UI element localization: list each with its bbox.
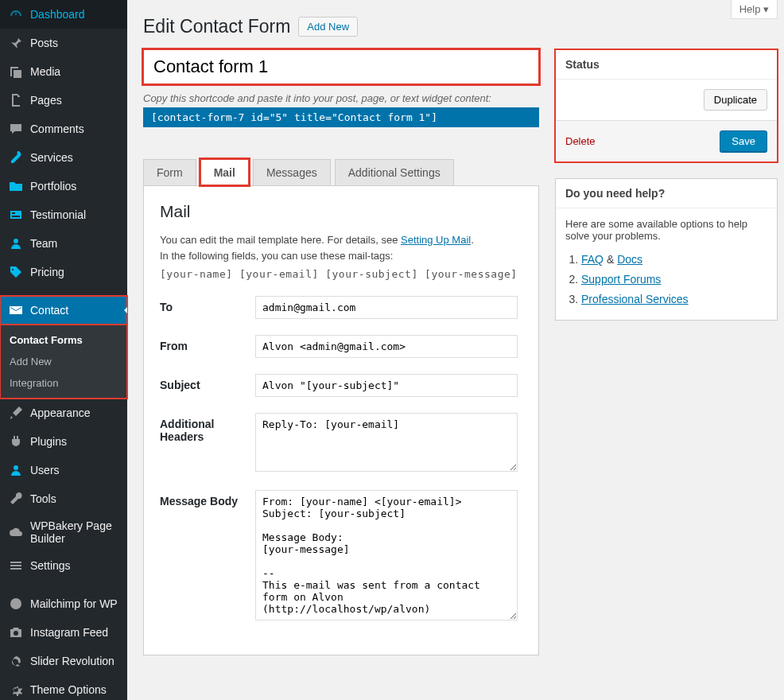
refresh-icon [8, 653, 24, 669]
contact-submenu: Contact FormsAdd NewIntegration [0, 325, 127, 399]
cloud-icon [8, 524, 24, 540]
sidebar-item-instagram-feed[interactable]: Instagram Feed [0, 618, 127, 647]
sidebar-item-pricing[interactable]: Pricing [0, 258, 127, 286]
folder-icon [8, 178, 24, 194]
tab-mail[interactable]: Mail [200, 159, 249, 185]
sidebar-item-tools[interactable]: Tools [0, 484, 127, 513]
sidebar-item-label: Settings [30, 559, 71, 572]
sidebar-item-label: Posts [30, 37, 58, 49]
sidebar-item-pages[interactable]: Pages [0, 86, 127, 115]
docs-link[interactable]: Docs [617, 253, 642, 266]
brush-icon [8, 405, 24, 421]
submenu-add-new[interactable]: Add New [0, 351, 127, 372]
add-new-button[interactable]: Add New [298, 17, 358, 37]
tab-form[interactable]: Form [143, 159, 196, 185]
mail-panel: Mail You can edit the mail template here… [143, 185, 539, 655]
help-link-item: Professional Services [581, 290, 767, 309]
support-forums-link[interactable]: Support Forums [581, 273, 661, 286]
sidebar-item-label: Instagram Feed [30, 626, 108, 639]
active-indicator-icon [121, 307, 127, 313]
page-title: Edit Contact Form [143, 16, 290, 37]
circle-icon [8, 596, 24, 612]
subject-label: Subject [160, 374, 255, 397]
body-textarea[interactable] [255, 490, 518, 620]
shortcode-display[interactable]: [contact-form-7 id="5" title="Contact fo… [143, 107, 539, 127]
from-label: From [160, 335, 255, 358]
submenu-contact-forms[interactable]: Contact Forms [0, 329, 127, 351]
admin-sidebar: DashboardPostsMediaPagesCommentsServices… [0, 0, 127, 700]
sidebar-item-settings[interactable]: Settings [0, 551, 127, 580]
sidebar-item-services[interactable]: Services [0, 143, 127, 172]
to-label: To [160, 296, 255, 319]
sidebar-item-users[interactable]: Users [0, 456, 127, 484]
sidebar-item-testimonial[interactable]: Testimonial [0, 200, 127, 229]
tab-messages[interactable]: Messages [253, 159, 331, 185]
wrench-icon [8, 491, 24, 507]
user-icon [8, 235, 24, 251]
svg-point-0 [10, 598, 21, 609]
submenu-integration[interactable]: Integration [0, 372, 127, 394]
addheaders-textarea[interactable] [255, 413, 518, 472]
sidebar-item-label: Users [30, 464, 60, 476]
duplicate-button[interactable]: Duplicate [704, 89, 767, 111]
mail-heading: Mail [160, 202, 522, 221]
sidebar-item-plugins[interactable]: Plugins [0, 427, 127, 456]
help-metabox: Do you need help? Here are some availabl… [555, 178, 778, 321]
sidebar-item-label: Team [30, 237, 57, 250]
sidebar-item-label: WPBakery Page Builder [30, 519, 119, 545]
help-tab[interactable]: Help ▾ [731, 0, 778, 19]
tab-bar: FormMailMessagesAdditional Settings [143, 159, 539, 185]
pin-icon [8, 35, 24, 51]
setting-up-mail-link[interactable]: Setting Up Mail [401, 234, 471, 246]
sidebar-item-appearance[interactable]: Appearance [0, 399, 127, 427]
subject-input[interactable] [255, 374, 518, 397]
sidebar-item-portfolios[interactable]: Portfolios [0, 172, 127, 200]
sidebar-item-dashboard[interactable]: Dashboard [0, 0, 127, 29]
status-title: Status [556, 50, 777, 80]
sidebar-item-label: Comments [30, 122, 84, 135]
sidebar-item-slider-revolution[interactable]: Slider Revolution [0, 647, 127, 675]
comment-icon [8, 121, 24, 137]
help-desc: Here are some available options to help … [565, 218, 767, 242]
delete-link[interactable]: Delete [565, 135, 596, 147]
key-icon [8, 150, 24, 165]
sidebar-item-team[interactable]: Team [0, 229, 127, 258]
sidebar-item-label: Pages [30, 94, 62, 107]
media-icon [8, 64, 24, 80]
status-metabox: Status Duplicate Delete Save [555, 49, 778, 162]
sidebar-item-label: Contact [30, 304, 68, 317]
tab-additional-settings[interactable]: Additional Settings [335, 159, 454, 185]
camera-icon [8, 624, 24, 640]
sidebar-item-contact[interactable]: Contact [0, 296, 127, 325]
card-icon [8, 207, 24, 223]
sidebar-item-label: Plugins [30, 435, 67, 448]
from-input[interactable] [255, 335, 518, 358]
save-button[interactable]: Save [720, 130, 767, 152]
sidebar-item-label: Tools [30, 492, 56, 505]
main-content: Help ▾ Edit Contact Form Add New Copy th… [127, 0, 784, 700]
sidebar-item-posts[interactable]: Posts [0, 29, 127, 57]
professional-services-link[interactable]: Professional Services [581, 293, 689, 305]
sidebar-item-theme-options[interactable]: Theme Options [0, 675, 127, 700]
sidebar-item-label: Portfolios [30, 180, 76, 192]
shortcode-hint: Copy this shortcode and paste it into yo… [143, 92, 539, 104]
sidebar-item-label: Theme Options [30, 683, 107, 696]
sliders-icon [8, 558, 24, 574]
sidebar-item-media[interactable]: Media [0, 57, 127, 86]
help-link-list: FAQ & DocsSupport ForumsProfessional Ser… [565, 250, 767, 310]
sidebar-item-mailchimp-for-wp[interactable]: Mailchimp for WP [0, 589, 127, 618]
mail-tags: [your-name] [your-email] [your-subject] … [160, 268, 522, 280]
sidebar-item-comments[interactable]: Comments [0, 115, 127, 143]
help-title: Do you need help? [556, 179, 777, 208]
sidebar-item-label: Mailchimp for WP [30, 597, 118, 610]
dashboard-icon [8, 6, 24, 22]
form-title-input[interactable] [143, 49, 539, 84]
to-input[interactable] [255, 296, 518, 319]
sidebar-item-wpbakery-page-builder[interactable]: WPBakery Page Builder [0, 513, 127, 551]
faq-link[interactable]: FAQ [581, 253, 604, 266]
addheaders-label: Additional Headers [160, 413, 255, 474]
mail-desc: You can edit the mail template here. For… [160, 232, 522, 263]
tag-icon [8, 264, 24, 280]
help-link-item: Support Forums [581, 270, 767, 290]
sidebar-item-label: Slider Revolution [30, 655, 114, 667]
